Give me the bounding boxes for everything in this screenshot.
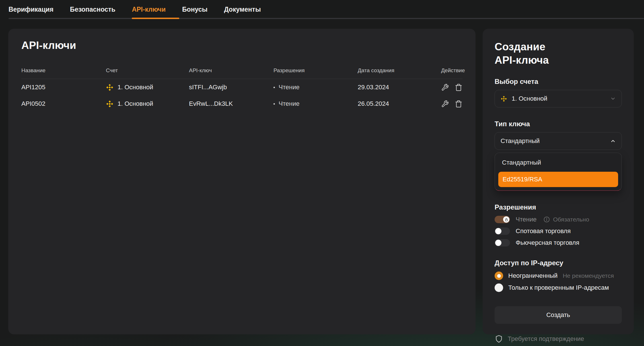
ip-access-options: Неограниченный Не рекомендуется Только к… (495, 272, 622, 292)
not-recommended-note: Не рекомендуется (563, 272, 614, 279)
lock-icon (505, 218, 508, 221)
account-cell: 1. Основной (106, 84, 189, 91)
panel-title-line2: API-ключа (495, 54, 549, 66)
tab-bonuses[interactable]: Бонусы (182, 0, 221, 19)
permission-value: Чтение (279, 84, 299, 91)
top-tab-bar: Верификация Безопасность API-ключи Бонус… (0, 0, 644, 19)
tab-label: Бонусы (182, 6, 207, 13)
spot-trading-toggle[interactable] (495, 227, 510, 235)
account-select[interactable]: 1. Основной (495, 90, 622, 107)
confirmation-note: Требуется подтверждение (495, 335, 622, 343)
permission-cell: Чтение (273, 84, 358, 91)
table-row: API0502 1. Основной EvRwL...Dk3LK Чтение… (21, 96, 462, 112)
permission-row-spot: Спотовая торговля (495, 227, 622, 235)
row-actions (441, 100, 462, 108)
created-date: 26.05.2024 (358, 100, 441, 107)
delete-trash-icon[interactable] (455, 84, 462, 91)
chevron-down-icon (610, 96, 616, 101)
permission-label: Чтение (516, 216, 536, 223)
bullet-dot (273, 87, 275, 88)
ip-option-verified-only: Только к проверенным IP-адресам (495, 283, 622, 292)
permission-label: Спотовая торговля (516, 227, 571, 235)
content-area: API-ключи Название Счет API-ключ Разреше… (0, 19, 644, 334)
col-header-name: Название (21, 67, 106, 74)
key-type-select[interactable]: Стандартный (495, 132, 622, 150)
required-note-text: Обязательно (553, 216, 589, 223)
permission-row-futures: Фьючерсная торговля (495, 239, 622, 246)
toggle-knob (495, 228, 501, 234)
col-header-permissions: Разрешения (273, 67, 358, 74)
toggle-knob (503, 216, 509, 223)
tab-label: Верификация (9, 6, 54, 13)
radio-label: Неограниченный (508, 272, 557, 279)
key-type-dropdown-menu: Стандартный Ed25519/RSA (495, 153, 622, 191)
permission-label: Фьючерсная торговля (516, 239, 579, 246)
verified-ips-radio[interactable] (495, 283, 503, 292)
col-header-account: Счет (106, 67, 189, 74)
create-api-key-panel: Создание API-ключа Выбор счета 1. Основн… (483, 29, 634, 334)
read-toggle[interactable] (495, 216, 510, 223)
binance-icon (106, 84, 114, 91)
page-title: API-ключи (21, 40, 462, 51)
key-name: API1205 (21, 84, 106, 91)
key-type-label: Тип ключа (495, 120, 622, 128)
table-header: Название Счет API-ключ Разрешения Дата с… (21, 67, 462, 79)
edit-wrench-icon[interactable] (441, 84, 449, 91)
key-name: API0502 (21, 100, 106, 107)
tab-verification[interactable]: Верификация (9, 0, 67, 19)
shield-icon (495, 335, 503, 343)
binance-icon (501, 96, 507, 102)
account-name: 1. Основной (118, 84, 153, 91)
panel-title: Создание API-ключа (495, 40, 622, 67)
unrestricted-radio[interactable] (495, 272, 503, 280)
menu-item-standard[interactable]: Стандартный (498, 155, 619, 171)
api-key-value: sITFI...AGwjb (189, 84, 273, 91)
col-header-created: Дата создания (358, 67, 441, 74)
toggle-knob (495, 240, 501, 246)
tab-label: Безопасность (70, 6, 116, 13)
col-header-action: Действие (441, 67, 465, 74)
account-select-label: Выбор счета (495, 78, 622, 86)
menu-item-ed25519-rsa[interactable]: Ed25519/RSA (498, 172, 618, 187)
ip-access-label: Доступ по IP-адресу (495, 259, 622, 267)
permission-cell: Чтение (273, 100, 358, 107)
tab-documents[interactable]: Документы (224, 0, 274, 19)
permission-value: Чтение (279, 100, 299, 107)
confirmation-note-text: Требуется подтверждение (508, 335, 584, 343)
delete-trash-icon[interactable] (455, 100, 462, 108)
created-date: 29.03.2024 (358, 84, 441, 91)
row-actions (441, 84, 462, 91)
info-icon (543, 216, 550, 223)
key-type-select-value: Стандартный (501, 137, 540, 145)
api-key-value: EvRwL...Dk3LK (189, 100, 273, 107)
api-keys-card: API-ключи Название Счет API-ключ Разреше… (8, 29, 476, 334)
account-select-value: 1. Основной (512, 95, 547, 102)
binance-icon (106, 100, 114, 108)
edit-wrench-icon[interactable] (441, 100, 449, 108)
futures-trading-toggle[interactable] (495, 239, 510, 246)
permission-row-read: Чтение Обязательно (495, 216, 622, 223)
create-button[interactable]: Создать (495, 306, 622, 324)
radio-label: Только к проверенным IP-адресам (508, 284, 609, 291)
account-cell: 1. Основной (106, 100, 189, 108)
tab-label: Документы (224, 6, 261, 13)
table-row: API1205 1. Основной sITFI...AGwjb Чтение… (21, 79, 462, 96)
tab-security[interactable]: Безопасность (70, 0, 129, 19)
required-note: Обязательно (543, 216, 589, 223)
chevron-up-icon (610, 138, 616, 144)
panel-title-line1: Создание (495, 41, 546, 53)
account-name: 1. Основной (118, 100, 153, 107)
bullet-dot (273, 103, 275, 105)
ip-option-unrestricted: Неограниченный Не рекомендуется (495, 272, 622, 280)
permissions-label: Разрешения (495, 203, 622, 211)
col-header-key: API-ключ (189, 67, 273, 74)
tab-api-keys[interactable]: API-ключи (132, 0, 179, 19)
tab-label: API-ключи (132, 6, 166, 13)
permissions-list: Чтение Обязательно Спотовая торговля Фью… (495, 216, 622, 246)
